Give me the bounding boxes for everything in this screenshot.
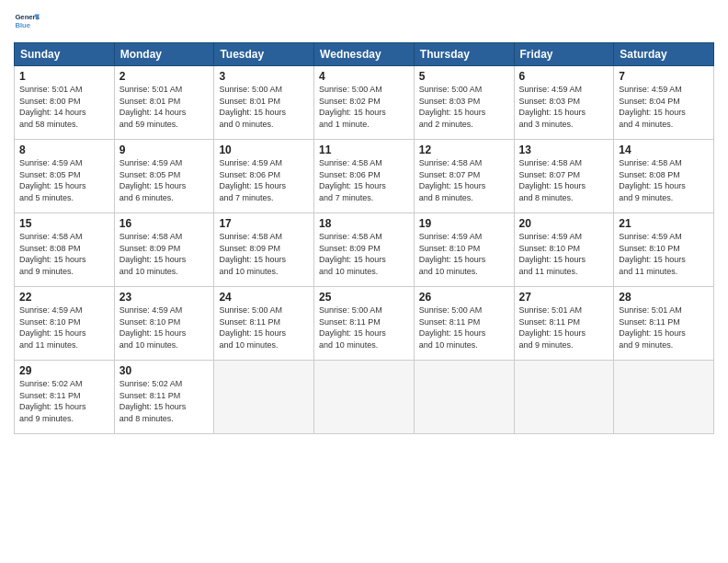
day-cell-18: 18Sunrise: 4:58 AMSunset: 8:09 PMDayligh… bbox=[314, 213, 415, 287]
day-cell-7: 7Sunrise: 4:59 AMSunset: 8:04 PMDaylight… bbox=[614, 66, 714, 140]
day-number: 1 bbox=[19, 70, 109, 83]
day-cell-27: 27Sunrise: 5:01 AMSunset: 8:11 PMDayligh… bbox=[514, 287, 614, 361]
day-number: 11 bbox=[319, 144, 409, 156]
day-info: Sunrise: 4:59 AMSunset: 8:05 PMDaylight:… bbox=[19, 157, 109, 203]
day-cell-19: 19Sunrise: 4:59 AMSunset: 8:10 PMDayligh… bbox=[414, 213, 514, 287]
day-info: Sunrise: 4:59 AMSunset: 8:10 PMDaylight:… bbox=[519, 231, 609, 277]
day-number: 21 bbox=[619, 217, 709, 230]
day-info: Sunrise: 5:00 AMSunset: 8:11 PMDaylight:… bbox=[219, 304, 309, 350]
day-cell-30: 30Sunrise: 5:02 AMSunset: 8:11 PMDayligh… bbox=[114, 361, 214, 434]
day-info: Sunrise: 5:02 AMSunset: 8:11 PMDaylight:… bbox=[19, 378, 109, 424]
day-number: 25 bbox=[319, 291, 409, 304]
day-number: 3 bbox=[219, 70, 309, 83]
day-cell-11: 11Sunrise: 4:58 AMSunset: 8:06 PMDayligh… bbox=[314, 140, 415, 213]
day-number: 27 bbox=[519, 291, 609, 304]
day-info: Sunrise: 4:58 AMSunset: 8:09 PMDaylight:… bbox=[319, 231, 409, 277]
day-cell-2: 2Sunrise: 5:01 AMSunset: 8:01 PMDaylight… bbox=[114, 66, 214, 140]
day-info: Sunrise: 5:00 AMSunset: 8:11 PMDaylight:… bbox=[319, 304, 409, 350]
day-info: Sunrise: 5:00 AMSunset: 8:03 PMDaylight:… bbox=[419, 84, 509, 130]
calendar-table: SundayMondayTuesdayWednesdayThursdayFrid… bbox=[14, 42, 714, 434]
day-number: 26 bbox=[419, 291, 509, 304]
day-number: 24 bbox=[219, 291, 309, 304]
day-info: Sunrise: 4:58 AMSunset: 8:08 PMDaylight:… bbox=[19, 231, 109, 277]
calendar-page: General Blue SundayMondayTuesdayWednesda… bbox=[0, 0, 728, 563]
day-cell-1: 1Sunrise: 5:01 AMSunset: 8:00 PMDaylight… bbox=[15, 66, 115, 140]
day-cell-6: 6Sunrise: 4:59 AMSunset: 8:03 PMDaylight… bbox=[514, 66, 614, 140]
day-cell-24: 24Sunrise: 5:00 AMSunset: 8:11 PMDayligh… bbox=[214, 287, 314, 361]
logo: General Blue bbox=[14, 9, 40, 35]
empty-cell bbox=[514, 361, 614, 434]
day-cell-14: 14Sunrise: 4:58 AMSunset: 8:08 PMDayligh… bbox=[614, 140, 714, 213]
week-row-2: 8Sunrise: 4:59 AMSunset: 8:05 PMDaylight… bbox=[15, 140, 714, 213]
day-info: Sunrise: 4:58 AMSunset: 8:07 PMDaylight:… bbox=[519, 157, 609, 203]
day-cell-10: 10Sunrise: 4:59 AMSunset: 8:06 PMDayligh… bbox=[214, 140, 314, 213]
day-number: 28 bbox=[619, 291, 709, 304]
day-info: Sunrise: 4:58 AMSunset: 8:06 PMDaylight:… bbox=[319, 157, 409, 203]
day-number: 16 bbox=[119, 217, 210, 230]
day-cell-15: 15Sunrise: 4:58 AMSunset: 8:08 PMDayligh… bbox=[15, 213, 115, 287]
day-info: Sunrise: 4:59 AMSunset: 8:10 PMDaylight:… bbox=[19, 304, 109, 350]
day-number: 13 bbox=[519, 144, 609, 156]
day-info: Sunrise: 5:01 AMSunset: 8:11 PMDaylight:… bbox=[619, 304, 709, 350]
logo-icon: General Blue bbox=[14, 9, 40, 35]
week-row-5: 29Sunrise: 5:02 AMSunset: 8:11 PMDayligh… bbox=[15, 361, 714, 434]
empty-cell bbox=[314, 361, 415, 434]
day-info: Sunrise: 5:01 AMSunset: 8:01 PMDaylight:… bbox=[119, 84, 210, 130]
day-cell-17: 17Sunrise: 4:58 AMSunset: 8:09 PMDayligh… bbox=[214, 213, 314, 287]
day-number: 4 bbox=[319, 70, 409, 83]
day-info: Sunrise: 4:59 AMSunset: 8:05 PMDaylight:… bbox=[119, 157, 210, 203]
day-info: Sunrise: 4:58 AMSunset: 8:09 PMDaylight:… bbox=[119, 231, 210, 277]
day-number: 6 bbox=[519, 70, 609, 83]
day-number: 10 bbox=[219, 144, 309, 156]
day-cell-9: 9Sunrise: 4:59 AMSunset: 8:05 PMDaylight… bbox=[114, 140, 214, 213]
day-cell-29: 29Sunrise: 5:02 AMSunset: 8:11 PMDayligh… bbox=[15, 361, 115, 434]
day-info: Sunrise: 5:00 AMSunset: 8:11 PMDaylight:… bbox=[419, 304, 509, 350]
day-info: Sunrise: 4:59 AMSunset: 8:06 PMDaylight:… bbox=[219, 157, 309, 203]
day-number: 18 bbox=[319, 217, 409, 230]
day-number: 29 bbox=[19, 364, 109, 377]
day-cell-28: 28Sunrise: 5:01 AMSunset: 8:11 PMDayligh… bbox=[614, 287, 714, 361]
day-number: 30 bbox=[119, 364, 210, 377]
day-number: 9 bbox=[119, 144, 210, 156]
day-cell-3: 3Sunrise: 5:00 AMSunset: 8:01 PMDaylight… bbox=[214, 66, 314, 140]
day-cell-5: 5Sunrise: 5:00 AMSunset: 8:03 PMDaylight… bbox=[414, 66, 514, 140]
weekday-header-thursday: Thursday bbox=[414, 43, 514, 66]
day-number: 23 bbox=[119, 291, 210, 304]
day-cell-22: 22Sunrise: 4:59 AMSunset: 8:10 PMDayligh… bbox=[15, 287, 115, 361]
weekday-header-monday: Monday bbox=[114, 43, 214, 66]
day-number: 5 bbox=[419, 70, 509, 83]
day-info: Sunrise: 5:00 AMSunset: 8:01 PMDaylight:… bbox=[219, 84, 309, 130]
day-number: 2 bbox=[119, 70, 210, 83]
day-number: 12 bbox=[419, 144, 509, 156]
day-cell-16: 16Sunrise: 4:58 AMSunset: 8:09 PMDayligh… bbox=[114, 213, 214, 287]
day-cell-23: 23Sunrise: 4:59 AMSunset: 8:10 PMDayligh… bbox=[114, 287, 214, 361]
day-cell-21: 21Sunrise: 4:59 AMSunset: 8:10 PMDayligh… bbox=[614, 213, 714, 287]
empty-cell bbox=[214, 361, 314, 434]
day-cell-12: 12Sunrise: 4:58 AMSunset: 8:07 PMDayligh… bbox=[414, 140, 514, 213]
day-info: Sunrise: 5:01 AMSunset: 8:11 PMDaylight:… bbox=[519, 304, 609, 350]
page-header: General Blue bbox=[14, 9, 714, 35]
day-number: 17 bbox=[219, 217, 309, 230]
weekday-header-sunday: Sunday bbox=[15, 43, 115, 66]
week-row-1: 1Sunrise: 5:01 AMSunset: 8:00 PMDaylight… bbox=[15, 66, 714, 140]
day-info: Sunrise: 4:58 AMSunset: 8:07 PMDaylight:… bbox=[419, 157, 509, 203]
day-number: 8 bbox=[19, 144, 109, 156]
day-number: 14 bbox=[619, 144, 709, 156]
day-cell-26: 26Sunrise: 5:00 AMSunset: 8:11 PMDayligh… bbox=[414, 287, 514, 361]
day-info: Sunrise: 4:59 AMSunset: 8:04 PMDaylight:… bbox=[619, 84, 709, 130]
day-info: Sunrise: 4:58 AMSunset: 8:08 PMDaylight:… bbox=[619, 157, 709, 203]
weekday-header-row: SundayMondayTuesdayWednesdayThursdayFrid… bbox=[15, 43, 714, 66]
week-row-3: 15Sunrise: 4:58 AMSunset: 8:08 PMDayligh… bbox=[15, 213, 714, 287]
day-info: Sunrise: 4:59 AMSunset: 8:10 PMDaylight:… bbox=[419, 231, 509, 277]
day-info: Sunrise: 4:59 AMSunset: 8:10 PMDaylight:… bbox=[119, 304, 210, 350]
day-info: Sunrise: 5:00 AMSunset: 8:02 PMDaylight:… bbox=[319, 84, 409, 130]
day-info: Sunrise: 5:01 AMSunset: 8:00 PMDaylight:… bbox=[19, 84, 109, 130]
week-row-4: 22Sunrise: 4:59 AMSunset: 8:10 PMDayligh… bbox=[15, 287, 714, 361]
day-cell-4: 4Sunrise: 5:00 AMSunset: 8:02 PMDaylight… bbox=[314, 66, 415, 140]
day-cell-8: 8Sunrise: 4:59 AMSunset: 8:05 PMDaylight… bbox=[15, 140, 115, 213]
day-number: 22 bbox=[19, 291, 109, 304]
weekday-header-friday: Friday bbox=[514, 43, 614, 66]
day-number: 20 bbox=[519, 217, 609, 230]
svg-text:Blue: Blue bbox=[15, 21, 30, 29]
weekday-header-tuesday: Tuesday bbox=[214, 43, 314, 66]
